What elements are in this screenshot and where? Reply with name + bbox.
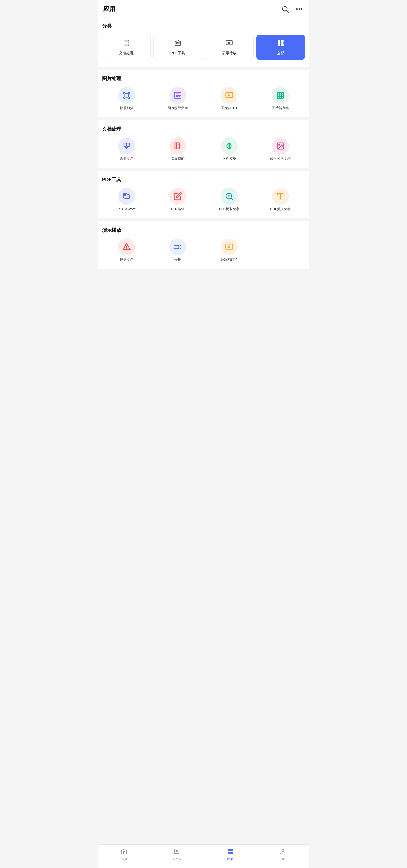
category-pdf-label: PDF工具 (170, 51, 185, 56)
project-label: 投影文档 (120, 258, 133, 262)
main-content: 分类 文档处理 (98, 17, 309, 297)
record-icon (221, 239, 238, 255)
img2sheet-label: 图片转表格 (272, 106, 289, 111)
svg-rect-14 (281, 43, 283, 46)
more-button[interactable] (295, 4, 304, 13)
app-record[interactable]: 录制幻灯片 (205, 239, 254, 262)
pdf2word-label: PDF转Word (117, 207, 136, 212)
ocr-icon (169, 87, 186, 104)
category-doc[interactable]: 文档处理 (102, 34, 150, 60)
app-extract[interactable]: 提取页面 (154, 137, 203, 161)
svg-rect-15 (125, 94, 129, 97)
svg-rect-13 (278, 43, 280, 46)
svg-rect-28 (127, 143, 130, 146)
pdfocr-icon (221, 188, 238, 205)
doc-section-title: 文档处理 (102, 126, 305, 132)
slim-icon (221, 137, 238, 154)
app-pdftext[interactable]: PDF插入文字 (256, 188, 305, 212)
pdfedit-icon (169, 188, 186, 205)
app-merge[interactable]: 合并文档 (102, 137, 151, 161)
nav-apps-label: 应用 (227, 857, 233, 861)
meeting-label: 会议 (174, 258, 181, 262)
me-icon (279, 848, 286, 856)
slim-label: 文档瘦身 (223, 157, 236, 161)
pdftext-label: PDF插入文字 (270, 207, 291, 212)
present-section: 演示播放 投影文档 (98, 221, 309, 269)
svg-rect-30 (227, 145, 232, 147)
app-ocr[interactable]: 图片提取文字 (154, 87, 203, 111)
app-pdfedit[interactable]: PDF编辑 (154, 188, 203, 212)
app-slim[interactable]: 文档瘦身 (205, 137, 254, 161)
nav-home[interactable]: 首页 (98, 847, 150, 862)
svg-rect-45 (174, 246, 179, 248)
search-button[interactable] (281, 4, 290, 13)
app-imgdoc[interactable]: 输出纯图文档 (256, 137, 305, 161)
svg-point-32 (279, 144, 280, 145)
page-title: 应用 (103, 5, 115, 13)
image-section: 图片处理 拍照扫描 (98, 70, 309, 117)
svg-point-56 (282, 849, 284, 851)
svg-marker-21 (228, 94, 230, 96)
svg-rect-29 (175, 143, 179, 149)
svg-rect-22 (277, 92, 284, 99)
category-doc-label: 文档处理 (119, 51, 134, 56)
nav-cloud[interactable]: 云文档 (150, 847, 204, 862)
project-icon (118, 239, 135, 255)
app-scan[interactable]: 拍照扫描 (102, 87, 151, 111)
svg-point-4 (301, 8, 302, 10)
pdftext-icon (272, 188, 289, 205)
app-pdfocr[interactable]: PDF提取文字 (205, 188, 254, 212)
record-label: 录制幻灯片 (221, 258, 238, 262)
img2ppt-icon (221, 87, 238, 104)
pdfedit-label: PDF编辑 (171, 207, 184, 212)
pdf2word-icon (118, 188, 135, 205)
svg-rect-54 (228, 851, 230, 854)
svg-rect-11 (278, 40, 280, 42)
extract-label: 提取页面 (171, 157, 184, 161)
doc-app-grid: 合并文档 提取页面 (102, 137, 305, 161)
img2ppt-label: 图片转PPT (221, 106, 237, 111)
app-img2ppt[interactable]: 图片转PPT (205, 87, 254, 111)
svg-rect-52 (228, 849, 230, 851)
category-present[interactable]: 演示播放 (205, 34, 253, 60)
svg-marker-47 (228, 246, 231, 248)
imgdoc-label: 输出纯图文档 (270, 157, 291, 161)
svg-rect-55 (230, 851, 233, 854)
svg-point-3 (299, 8, 300, 10)
img2sheet-icon (272, 87, 289, 104)
image-app-grid: 拍照扫描 图片提取文字 (102, 87, 305, 111)
svg-marker-10 (228, 42, 230, 44)
meeting-icon (169, 239, 186, 255)
pdf-section: PDF工具 PDF转Word (98, 170, 309, 218)
category-all[interactable]: 全部 (257, 34, 305, 60)
app-img2sheet[interactable]: 图片转表格 (256, 87, 305, 111)
nav-me[interactable]: 我 (257, 847, 310, 862)
categories-section: 分类 文档处理 (98, 17, 309, 67)
svg-rect-27 (124, 143, 126, 146)
category-present-label: 演示播放 (222, 51, 237, 56)
nav-apps[interactable]: 应用 (203, 847, 257, 862)
grid-icon (277, 39, 284, 48)
app-header: 应用 (98, 0, 309, 17)
categories-title: 分类 (102, 23, 305, 29)
app-project[interactable]: 投影文档 (102, 239, 151, 262)
home-icon (121, 848, 128, 856)
svg-rect-12 (281, 40, 283, 42)
present-app-grid: 投影文档 会议 (102, 239, 305, 262)
svg-point-2 (297, 8, 298, 10)
apps-icon (227, 848, 233, 856)
extract-icon (169, 137, 186, 154)
imgdoc-icon (272, 137, 289, 154)
present-section-title: 演示播放 (102, 227, 305, 234)
nav-home-label: 首页 (121, 857, 127, 861)
app-pdf2word[interactable]: PDF转Word (102, 188, 151, 212)
pdf-section-title: PDF工具 (102, 176, 305, 183)
bottom-nav: 首页 云文档 应用 (98, 844, 309, 868)
doc-icon (123, 39, 130, 48)
scan-icon (118, 87, 135, 104)
pdf-app-grid: PDF转Word PDF编辑 (102, 188, 305, 212)
svg-line-1 (286, 10, 288, 12)
category-pdf[interactable]: PDF工具 (154, 34, 202, 60)
app-meeting[interactable]: 会议 (154, 239, 203, 262)
category-row: 文档处理 PDF工具 (102, 34, 305, 60)
